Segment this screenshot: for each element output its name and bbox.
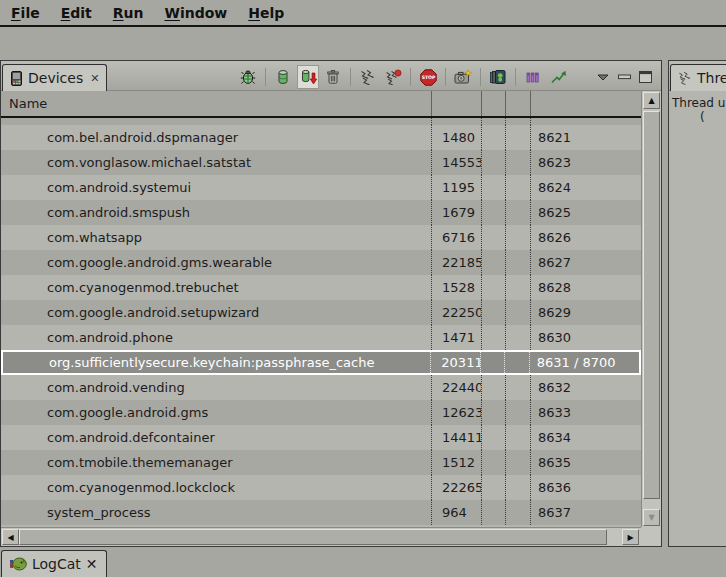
tab-devices-label: Devices: [28, 70, 83, 86]
table-row[interactable]: com.android.phone14718630: [1, 325, 641, 350]
update-heap-button[interactable]: [272, 65, 294, 89]
table-row[interactable]: com.cyanogenmod.lockclock222658636: [1, 475, 641, 500]
table-row[interactable]: system_process9648637: [1, 500, 641, 525]
cell-name: com.google.android.gms: [1, 400, 431, 425]
cell-pid: 1471: [431, 325, 481, 350]
cell-name: com.android.defcontainer: [1, 425, 431, 450]
column-header-spacer2[interactable]: [505, 91, 530, 116]
cell-name: com.android.smspush: [1, 200, 431, 225]
tab-logcat-label: LogCat: [32, 556, 81, 572]
cell-port: 8635: [530, 450, 641, 475]
start-method-profiling-button[interactable]: [382, 65, 404, 89]
cell-port: 8634: [530, 425, 641, 450]
threads-tabstrip: Threads: [669, 61, 726, 91]
devices-toolbar: STOP: [237, 64, 654, 90]
cell-pid: 20311: [430, 352, 480, 373]
cell-s2: [505, 425, 530, 450]
logcat-bar: LogCat ✕: [0, 547, 726, 577]
tab-logcat[interactable]: LogCat ✕: [1, 550, 107, 577]
cell-s1: [481, 300, 505, 325]
menu-bar: FileEditRunWindowHelp: [0, 0, 726, 27]
logcat-icon: [10, 557, 27, 571]
column-header-port[interactable]: [530, 91, 641, 116]
systrace-icon: [525, 69, 541, 85]
cell-port: 8631 / 8700: [529, 352, 639, 373]
table-row[interactable]: com.android.smspush16798625: [1, 200, 641, 225]
stop-process-button[interactable]: STOP: [417, 65, 439, 89]
devices-view: Devices ✕: [0, 60, 662, 547]
close-icon[interactable]: ✕: [86, 556, 98, 572]
toolbar-separator: [515, 68, 516, 86]
cell-name: com.whatsapp: [1, 225, 431, 250]
table-row[interactable]: com.android.vending224408632: [1, 375, 641, 400]
cell-pid: 14553: [431, 150, 481, 175]
cell-s1: [481, 500, 505, 525]
horizontal-scrollbar-thumb[interactable]: [19, 529, 607, 545]
cause-gc-button[interactable]: [322, 65, 344, 89]
table-row[interactable]: com.google.android.gms126238633: [1, 400, 641, 425]
cell-name: system_process: [1, 500, 431, 525]
menu-item-edit[interactable]: Edit: [61, 5, 92, 21]
vertical-scrollbar-thumb[interactable]: [643, 111, 660, 499]
menu-item-window[interactable]: Window: [164, 5, 227, 21]
cell-pid: 1195: [431, 175, 481, 200]
process-table: com.bel.android.dspmanager14808621com.vo…: [1, 118, 641, 527]
dump-hprof-button[interactable]: [297, 65, 319, 89]
column-header-name[interactable]: Name: [1, 91, 431, 116]
tab-devices[interactable]: Devices ✕: [2, 64, 107, 91]
cell-pid: 22250: [431, 300, 481, 325]
chevron-down-icon: [597, 74, 609, 81]
cell-port: 8624: [530, 175, 641, 200]
close-icon[interactable]: ✕: [90, 72, 99, 85]
scroll-left-button[interactable]: ◀: [2, 529, 19, 545]
cell-s1: [481, 275, 505, 300]
menu-item-run[interactable]: Run: [113, 5, 144, 21]
update-threads-button[interactable]: [357, 65, 379, 89]
threads-panel: Threads Thread up (: [668, 60, 726, 547]
cell-pid: 22185: [431, 250, 481, 275]
table-row[interactable]: com.google.android.gms.wearable221858627: [1, 250, 641, 275]
cell-s2: [505, 250, 530, 275]
threads-icon: [678, 71, 692, 85]
cell-name: com.vonglasow.michael.satstat: [1, 150, 431, 175]
table-row[interactable]: com.bel.android.dspmanager14808621: [1, 125, 641, 150]
screen-record-button[interactable]: [487, 65, 509, 89]
scroll-down-button[interactable]: ▼: [643, 509, 660, 526]
table-row[interactable]: com.google.android.setupwizard222508629: [1, 300, 641, 325]
cell-name: com.cyanogenmod.lockclock: [1, 475, 431, 500]
cell-port: 8623: [530, 150, 641, 175]
scroll-up-button[interactable]: ▲: [643, 92, 660, 109]
camera-icon: [454, 69, 472, 85]
maximize-icon: [639, 71, 652, 83]
cell-s1: [481, 200, 505, 225]
tab-threads[interactable]: Threads: [670, 64, 726, 91]
view-menu-button[interactable]: [594, 68, 612, 86]
start-opengl-trace-button[interactable]: [547, 65, 569, 89]
column-header-spacer1[interactable]: [481, 91, 505, 116]
menu-item-help[interactable]: Help: [248, 5, 284, 21]
table-row[interactable]: com.cyanogenmod.trebuchet15288628: [1, 275, 641, 300]
vertical-scrollbar[interactable]: ▲ ▼: [641, 91, 661, 527]
cell-name: com.android.phone: [1, 325, 431, 350]
debug-process-button[interactable]: [237, 65, 259, 89]
cell-name: com.tmobile.thememanager: [1, 450, 431, 475]
table-row[interactable]: com.android.defcontainer144118634: [1, 425, 641, 450]
capture-systrace-button[interactable]: [522, 65, 544, 89]
column-header-pid[interactable]: [431, 91, 481, 116]
scroll-right-button[interactable]: ▶: [622, 529, 639, 545]
cell-s2: [505, 225, 530, 250]
screen-capture-button[interactable]: [452, 65, 474, 89]
table-row[interactable]: org.sufficientlysecure.keychain:passphra…: [1, 350, 641, 375]
horizontal-scrollbar[interactable]: ◀ ▶: [1, 527, 641, 546]
table-row[interactable]: com.android.systemui11958624: [1, 175, 641, 200]
minimize-button[interactable]: [615, 68, 633, 86]
maximize-button[interactable]: [636, 68, 654, 86]
table-row[interactable]: com.vonglasow.michael.satstat145538623: [1, 150, 641, 175]
toolbar-separator: [350, 68, 351, 86]
cell-name: com.google.android.setupwizard: [1, 300, 431, 325]
threads-icon: [360, 69, 376, 85]
table-row[interactable]: com.whatsapp67168626: [1, 225, 641, 250]
table-row[interactable]: com.tmobile.thememanager15128635: [1, 450, 641, 475]
tab-threads-label: Threads: [697, 70, 726, 86]
menu-item-file[interactable]: File: [11, 5, 40, 21]
